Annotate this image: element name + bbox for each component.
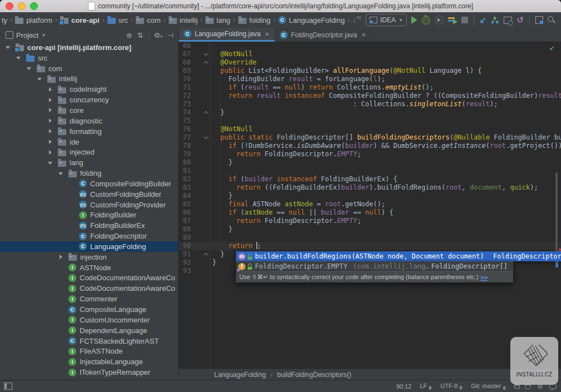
- tree-expand-icon[interactable]: [58, 171, 63, 176]
- vcs-branch-widget[interactable]: Git: master: [471, 383, 506, 390]
- breadcrumb-item-folding[interactable]: folding: [238, 16, 271, 24]
- project-structure-icon[interactable]: [535, 16, 543, 24]
- tree-expand-icon[interactable]: [16, 56, 21, 60]
- code-line-82[interactable]: 82 if (builder instanceof FoldingBuilder…: [179, 175, 561, 183]
- breadcrumb-item-src[interactable]: src: [107, 16, 129, 24]
- tree-item[interactable]: IInjectableLanguage: [0, 356, 178, 367]
- tree-expand-icon[interactable]: [48, 129, 52, 133]
- fold-marker-icon[interactable]: [204, 110, 208, 115]
- vcs-commit-icon[interactable]: [491, 16, 499, 24]
- tree-item[interactable]: com: [0, 63, 178, 74]
- vcs-update-icon[interactable]: ↙: [480, 16, 487, 24]
- tree-expand-icon[interactable]: [48, 140, 52, 144]
- fold-marker-icon[interactable]: [204, 135, 208, 140]
- gear-icon[interactable]: ⚙▾: [154, 31, 163, 39]
- zoom-window-button[interactable]: [30, 2, 38, 10]
- breadcrumb-item-lang[interactable]: lang: [205, 16, 231, 24]
- code-editor[interactable]: 6667 @NotNull68 @Override69 public List<…: [179, 42, 561, 369]
- close-icon[interactable]: ×: [361, 31, 366, 39]
- tree-item[interactable]: lang: [0, 157, 178, 168]
- code-line-71[interactable]: 71 if (result == null) return Collection…: [179, 83, 561, 92]
- tree-item[interactable]: IFoldingBuilder: [0, 210, 178, 221]
- tree-item[interactable]: diagnostic: [0, 116, 178, 126]
- code-line-70[interactable]: 70 FoldingBuilder result = forLanguage(l…: [179, 75, 561, 83]
- code-line-85[interactable]: 85 final ASTNode astNode = root.getNode(…: [179, 200, 561, 209]
- tab-foldingdescriptor-java[interactable]: CFoldingDescriptor.java×: [275, 28, 371, 42]
- tree-item[interactable]: codeInsight: [0, 84, 178, 95]
- tree-expand-icon[interactable]: [27, 66, 31, 71]
- editor-breadcrumb-item[interactable]: LanguageFolding: [214, 371, 266, 379]
- code-line-72[interactable]: 72 return result instanceof CompositeFol…: [179, 92, 561, 100]
- tree-item[interactable]: (C)FoldingBuilderEx: [0, 220, 178, 231]
- code-line-77[interactable]: 77 public static FoldingDescriptor[] bui…: [179, 133, 561, 142]
- editor-scrollbar[interactable]: [555, 172, 558, 256]
- code-line-88[interactable]: 88 }: [179, 225, 561, 234]
- tree-expand-icon[interactable]: [37, 77, 42, 81]
- tree-item[interactable]: ICodeDocumentationAwareCo: [0, 273, 178, 284]
- tree-item[interactable]: (C)CustomFoldingProvider: [0, 200, 178, 210]
- tree-item[interactable]: IFileASTNode: [0, 346, 178, 356]
- code-line-73[interactable]: 73 : Collections.singletonList(result);: [179, 100, 561, 108]
- chevron-down-icon[interactable]: ▼: [41, 33, 46, 38]
- code-line-87[interactable]: 87 return FoldingDescriptor.EMPTY;: [179, 217, 561, 225]
- tree-item[interactable]: ICustomUncommenter: [0, 315, 178, 325]
- tree-item[interactable]: intellij: [0, 74, 178, 85]
- tree-expand-icon[interactable]: [58, 255, 63, 259]
- tree-item[interactable]: CFCTSBackedLighterAST: [0, 336, 178, 346]
- tree-item[interactable]: ICommenter: [0, 294, 178, 304]
- tree-expand-icon[interactable]: [48, 87, 52, 92]
- code-line-81[interactable]: 81: [179, 167, 561, 175]
- code-line-75[interactable]: 75: [179, 117, 561, 125]
- tree-item[interactable]: injected: [0, 147, 178, 157]
- breadcrumb-item-ty[interactable]: ty: [1, 16, 8, 24]
- fold-marker-icon[interactable]: [204, 52, 208, 56]
- rollback-icon[interactable]: ↺: [516, 16, 524, 24]
- completion-item[interactable]: fFoldingDescriptor.EMPTY(com.intellij.la…: [236, 261, 513, 271]
- code-line-86[interactable]: 86 if (astNode == null || builder == nul…: [179, 209, 561, 217]
- tree-expand-icon[interactable]: [48, 150, 52, 155]
- code-line-84[interactable]: 84 }: [179, 192, 561, 200]
- make-project-icon[interactable]: [352, 16, 361, 24]
- toolwindow-toggle-icon[interactable]: [4, 383, 12, 390]
- completion-item-selected[interactable]: mbuilder.buildFoldRegions(ASTNode node, …: [236, 251, 561, 261]
- code-line-74[interactable]: 74 }: [179, 108, 561, 117]
- tree-item[interactable]: src: [0, 53, 178, 63]
- project-panel-title[interactable]: Project: [16, 31, 38, 39]
- tree-item[interactable]: core: [0, 105, 178, 116]
- fold-marker-icon[interactable]: [204, 60, 208, 64]
- collapse-all-icon[interactable]: ⇅: [137, 31, 144, 39]
- run-button[interactable]: [411, 16, 417, 24]
- close-window-button[interactable]: [6, 2, 13, 10]
- tree-item[interactable]: folding: [0, 168, 178, 178]
- code-line-89[interactable]: 89: [179, 234, 561, 242]
- tree-expand-icon[interactable]: [48, 98, 52, 102]
- debug-button[interactable]: [422, 16, 430, 24]
- breadcrumb-item-intellij[interactable]: intellij: [168, 16, 199, 24]
- tree-item[interactable]: core-api [intellij.platform.core]: [0, 42, 178, 53]
- tree-item[interactable]: ide: [0, 137, 178, 147]
- tree-expand-icon[interactable]: [6, 45, 10, 49]
- tree-item[interactable]: ICodeDocumentationAwareCo: [0, 283, 178, 294]
- hide-panel-icon[interactable]: ⊣: [168, 31, 174, 39]
- tree-item[interactable]: IITokenTypeRemapper: [0, 367, 178, 378]
- code-line-78[interactable]: 78 if (!DumbService.isDumbAware(builder)…: [179, 142, 561, 150]
- tree-expand-icon[interactable]: [48, 108, 52, 112]
- code-line-66[interactable]: 66: [179, 42, 561, 50]
- code-line-68[interactable]: 68 @Override: [179, 58, 561, 67]
- tree-item[interactable]: injection: [0, 252, 178, 262]
- inspection-ok-icon[interactable]: ✔: [550, 44, 554, 52]
- line-ending-widget[interactable]: LF: [420, 383, 432, 390]
- fold-marker-icon[interactable]: [204, 252, 208, 256]
- tree-expand-icon[interactable]: [48, 161, 52, 165]
- code-line-90[interactable]: 90 return ;: [179, 242, 561, 250]
- tree-item[interactable]: CFoldingDescriptor: [0, 231, 178, 241]
- code-line-69[interactable]: 69 public List<FoldingBuilder> allForLan…: [179, 67, 561, 75]
- code-line-80[interactable]: 80 }: [179, 158, 561, 167]
- tree-item[interactable]: concurrency: [0, 95, 178, 105]
- run-configuration-select[interactable]: IDEA ▼: [366, 14, 407, 26]
- editor-breadcrumb-item[interactable]: buildFoldingDescriptors(): [277, 371, 351, 379]
- tab-languagefolding-java[interactable]: CLanguageFolding.java×: [179, 28, 275, 42]
- breadcrumb-item-languagefolding[interactable]: CLanguageFolding: [278, 16, 345, 24]
- breadcrumb-item-core-api[interactable]: core-api: [60, 16, 100, 24]
- code-line-67[interactable]: 67 @NotNull: [179, 50, 561, 58]
